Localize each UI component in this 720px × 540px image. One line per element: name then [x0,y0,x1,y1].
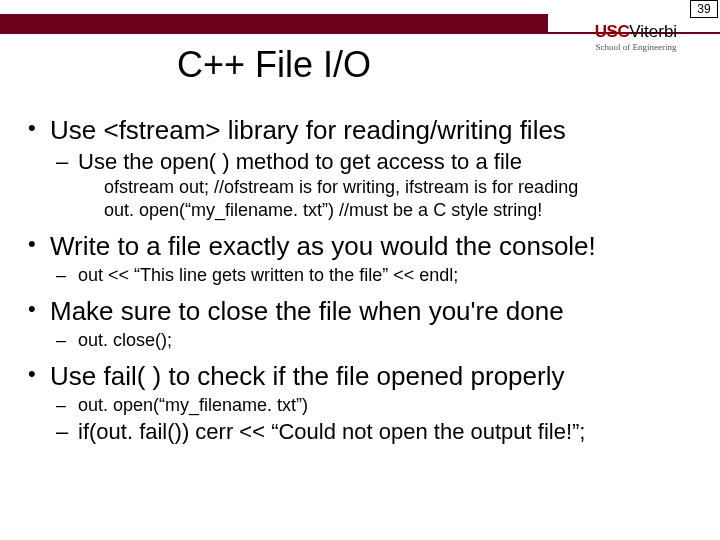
bullet-l1: Use <fstream> library for reading/writin… [26,114,698,147]
bullet-l2: out << “This line gets written to the fi… [26,264,698,287]
slide-content: Use <fstream> library for reading/writin… [26,106,698,445]
bullet-l3: out. open(“my_filename. txt”) //must be … [26,199,698,222]
logo-viterbi: Viterbi [629,22,677,41]
bullet-l1: Make sure to close the file when you're … [26,295,698,328]
bullet-l2: out. close(); [26,329,698,352]
logo-usc: USC [595,22,629,41]
logo-line1: USCViterbi [566,23,706,41]
bullet-l1: Write to a file exactly as you would the… [26,230,698,263]
page-number: 39 [697,2,710,16]
bullet-l3: ofstream out; //ofstream is for writing,… [26,176,698,199]
usc-viterbi-logo: USCViterbi School of Engineering [566,23,706,52]
bullet-l2: out. open(“my_filename. txt”) [26,394,698,417]
logo-subtitle: School of Engineering [566,43,706,52]
bullet-l2: if(out. fail()) cerr << “Could not open … [26,419,698,445]
bullet-l2: Use the open( ) method to get access to … [26,149,698,175]
header-bar [0,14,548,32]
bullet-l1: Use fail( ) to check if the file opened … [26,360,698,393]
slide-title: C++ File I/O [0,44,548,86]
page-number-box: 39 [690,0,718,18]
